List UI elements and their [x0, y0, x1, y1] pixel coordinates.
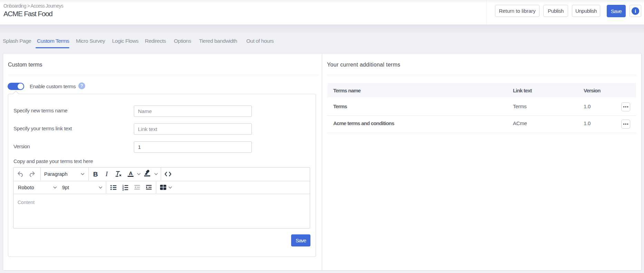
svg-text:3: 3 [122, 188, 123, 191]
